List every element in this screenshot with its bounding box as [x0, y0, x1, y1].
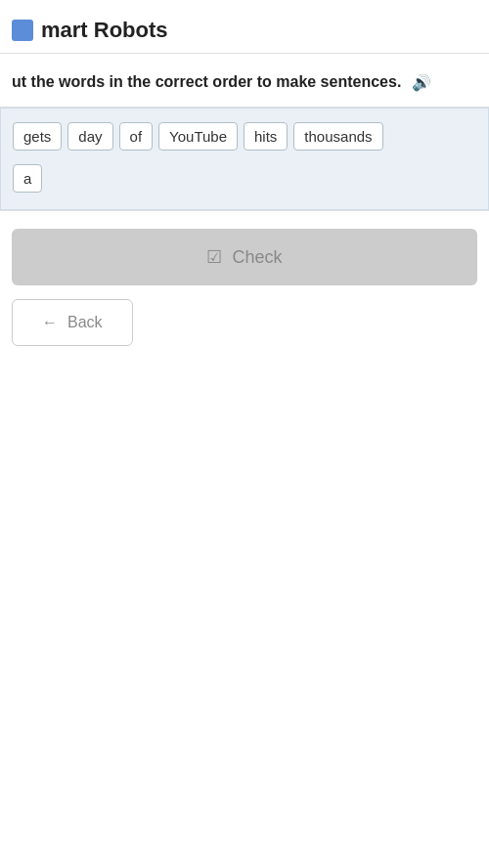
back-button-area: ← Back: [0, 285, 489, 346]
back-button[interactable]: ← Back: [12, 299, 133, 346]
back-arrow-icon: ←: [42, 314, 58, 331]
page-title: mart Robots: [41, 18, 168, 43]
word-bank-row: gets day of YouTube hits thousands: [13, 122, 476, 151]
word-chip-of[interactable]: of: [119, 122, 154, 151]
header: mart Robots: [0, 0, 489, 54]
instruction-text: ut the words in the correct order to mak…: [12, 73, 406, 90]
check-icon: ☑: [206, 246, 222, 268]
word-chip-youtube[interactable]: YouTube: [158, 122, 238, 151]
word-bank: gets day of YouTube hits thousands a: [0, 108, 489, 210]
app-icon: [12, 20, 33, 41]
instruction-area: ut the words in the correct order to mak…: [0, 54, 489, 107]
check-button-area: ☑ Check: [0, 211, 489, 285]
word-chip-gets[interactable]: gets: [13, 122, 62, 151]
word-chip-thousands[interactable]: thousands: [293, 122, 382, 151]
word-chip-day[interactable]: day: [67, 122, 112, 151]
check-button-label: Check: [232, 247, 282, 268]
answer-row: a: [13, 160, 476, 195]
word-chip-hits[interactable]: hits: [244, 122, 288, 151]
check-button[interactable]: ☑ Check: [12, 229, 477, 285]
speaker-icon[interactable]: 🔊: [412, 73, 431, 92]
back-button-label: Back: [67, 314, 103, 331]
answer-chip-a[interactable]: a: [13, 164, 42, 193]
